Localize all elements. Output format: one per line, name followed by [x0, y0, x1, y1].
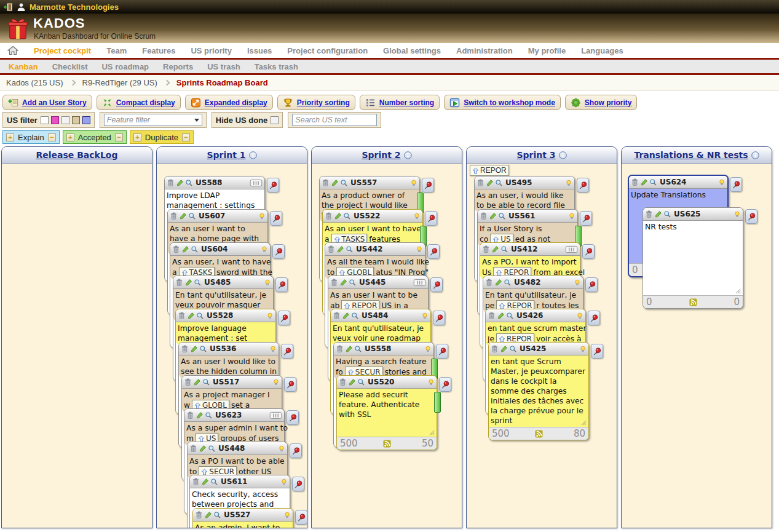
pin-box[interactable]: [267, 178, 279, 193]
edit-icon[interactable]: [193, 378, 201, 386]
pin-box[interactable]: [436, 344, 448, 359]
zoom-icon[interactable]: [208, 445, 216, 453]
trash-icon[interactable]: [184, 378, 192, 386]
zoom-icon[interactable]: [340, 179, 348, 187]
column-title-link[interactable]: Sprint 3: [516, 150, 555, 160]
zoom-icon[interactable]: [346, 245, 354, 253]
zoom-icon[interactable]: [349, 279, 357, 287]
toolbar-button-label[interactable]: Show priority: [585, 98, 632, 107]
info-icon[interactable]: [404, 151, 412, 159]
us-filter-checkbox-1[interactable]: [41, 116, 49, 124]
subnav-item-kanban[interactable]: Kanban: [9, 62, 38, 71]
trash-icon[interactable]: [181, 345, 189, 353]
subnav-item-us-trash[interactable]: US trash: [207, 62, 240, 71]
zoom-icon[interactable]: [343, 212, 351, 220]
trash-icon[interactable]: [189, 445, 197, 453]
pin-box[interactable]: [278, 311, 290, 325]
pin-box[interactable]: [422, 178, 434, 193]
nav-item-languages[interactable]: Languages: [581, 46, 623, 55]
resize-handle-icon[interactable]: [734, 287, 741, 294]
edit-icon[interactable]: [190, 345, 198, 353]
zoom-icon[interactable]: [498, 212, 506, 220]
trash-icon[interactable]: [336, 345, 344, 353]
zoom-icon[interactable]: [509, 345, 517, 353]
toolbar-button-switch-to-workshop-mode[interactable]: Switch to workshop mode: [444, 95, 561, 110]
edit-icon[interactable]: [196, 411, 204, 419]
trash-icon[interactable]: [480, 212, 488, 220]
edit-icon[interactable]: [334, 212, 342, 220]
zoom-icon[interactable]: [504, 279, 512, 287]
zoom-icon[interactable]: [506, 312, 514, 320]
pin-box[interactable]: [577, 178, 589, 193]
trash-icon[interactable]: [631, 178, 639, 186]
zoom-icon[interactable]: [205, 411, 213, 419]
pin-box[interactable]: [430, 277, 443, 292]
column-title-link[interactable]: Sprint 1: [207, 150, 245, 160]
trash-icon[interactable]: [485, 279, 493, 287]
pin-box[interactable]: [295, 510, 307, 525]
expand-all-icon[interactable]: +: [133, 133, 141, 141]
trash-icon[interactable]: [175, 279, 183, 287]
breadcrumb-release[interactable]: R9-RedTiger (29 US): [82, 78, 157, 87]
us-filter-checkbox-5[interactable]: [82, 116, 90, 124]
edit-icon[interactable]: [348, 378, 356, 386]
trash-icon[interactable]: [178, 312, 186, 320]
pin-box[interactable]: [585, 277, 598, 292]
pin-box[interactable]: [591, 344, 603, 359]
feed-icon[interactable]: [535, 430, 543, 438]
toolbar-button-label[interactable]: Switch to workshop mode: [464, 98, 555, 107]
logout-door-icon[interactable]: [4, 2, 13, 12]
trash-icon[interactable]: [186, 411, 194, 419]
expand-all-icon[interactable]: +: [6, 133, 14, 141]
edit-icon[interactable]: [181, 245, 189, 253]
edit-icon[interactable]: [486, 179, 494, 187]
expand-all-icon[interactable]: +: [66, 133, 74, 141]
pin-box[interactable]: [588, 311, 600, 325]
zoom-icon[interactable]: [649, 178, 657, 186]
subnav-item-us-roadmap[interactable]: US roadmap: [101, 62, 149, 71]
trash-icon[interactable]: [491, 345, 499, 353]
home-icon[interactable]: [7, 46, 18, 55]
hide-us-done-checkbox[interactable]: [271, 116, 279, 124]
user-icon[interactable]: [17, 2, 26, 12]
zoom-icon[interactable]: [354, 345, 362, 353]
pin-box[interactable]: [292, 477, 304, 491]
trash-icon[interactable]: [645, 210, 653, 218]
toolbar-button-label[interactable]: Expanded display: [205, 98, 267, 107]
toolbar-button-number-sorting[interactable]: Number sorting: [360, 95, 440, 110]
nav-item-project-configuration[interactable]: Project configuration: [287, 46, 368, 55]
subnav-item-checklist[interactable]: Checklist: [52, 62, 88, 71]
zoom-icon[interactable]: [357, 378, 365, 386]
trash-icon[interactable]: [192, 478, 200, 486]
edit-icon[interactable]: [204, 511, 212, 519]
search-input[interactable]: [292, 114, 377, 126]
feed-icon[interactable]: [383, 440, 391, 448]
zoom-icon[interactable]: [500, 245, 508, 253]
trash-icon[interactable]: [170, 212, 178, 220]
pin-box[interactable]: [745, 209, 757, 224]
toolbar-button-priority-sorting[interactable]: Priority sorting: [277, 95, 355, 110]
us-card-us625[interactable]: US625NR tests00: [643, 207, 743, 309]
pin-box[interactable]: [730, 177, 742, 192]
trash-icon[interactable]: [195, 511, 203, 519]
us-card-us425[interactable]: US425en tant que Scrum Master, je peuxco…: [488, 342, 589, 440]
collapse-all-icon[interactable]: −: [115, 133, 123, 141]
pin-box[interactable]: [582, 244, 595, 259]
trash-icon[interactable]: [325, 212, 333, 220]
info-icon[interactable]: [751, 151, 759, 159]
column-title-link[interactable]: Release BackLog: [36, 150, 117, 160]
edit-icon[interactable]: [497, 312, 505, 320]
breadcrumb-project[interactable]: Kados (215 US): [6, 78, 63, 87]
zoom-icon[interactable]: [188, 212, 196, 220]
zoom-icon[interactable]: [194, 279, 202, 287]
trash-icon[interactable]: [339, 378, 347, 386]
trash-icon[interactable]: [167, 179, 175, 187]
resize-handle-icon[interactable]: [428, 429, 435, 435]
pin-box[interactable]: [287, 410, 299, 425]
edit-icon[interactable]: [494, 279, 502, 287]
us-card-us520[interactable]: US520Please add securit feature. Authent…: [336, 375, 437, 450]
toolbar-button-expanded-display[interactable]: Expanded display: [185, 95, 273, 110]
collapse-all-icon[interactable]: −: [48, 133, 56, 141]
nav-item-project-cockpit[interactable]: Project cockpit: [34, 46, 91, 55]
edit-icon[interactable]: [201, 478, 209, 486]
